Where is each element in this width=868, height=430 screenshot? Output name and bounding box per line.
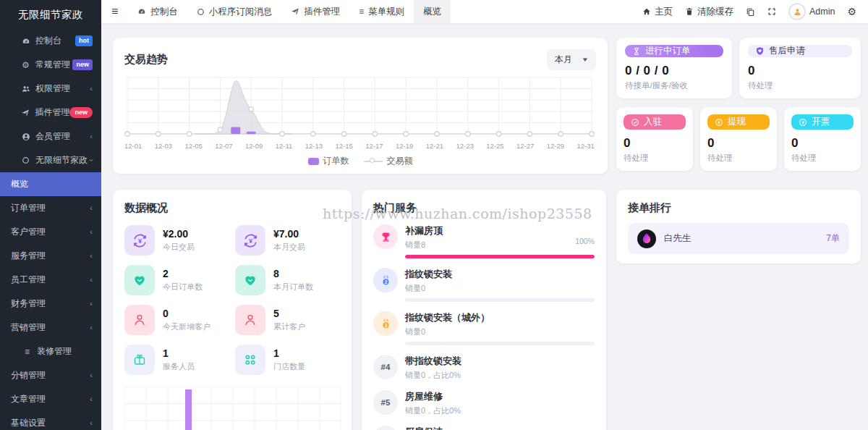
ranking-title: 接单排行 [628, 201, 849, 215]
sidebar-item[interactable]: 概览 [0, 172, 101, 196]
x-tick-label: 12-31 [577, 142, 595, 150]
service-meta: 销量0，占比0% [405, 370, 595, 381]
svg-text:2: 2 [384, 279, 387, 284]
sidebar-item[interactable]: 客户管理‹ [0, 220, 101, 244]
status-caption: 待处理 [791, 153, 854, 164]
stat-label: 今日订单数 [163, 282, 203, 292]
copy-page-button[interactable] [746, 7, 755, 17]
stat-item: 0 今天新增客户 [124, 305, 229, 335]
sidebar-item[interactable]: 基础设置‹ [0, 411, 101, 430]
sidebar-item[interactable]: ≡装修管理 [0, 340, 101, 363]
trash-icon [685, 7, 694, 16]
svg-text:¥: ¥ [801, 120, 804, 125]
gift-icon [124, 345, 155, 375]
x-tick-label: 12-23 [456, 142, 474, 150]
stat-value: 2 [163, 268, 203, 279]
sidebar-item[interactable]: 控制台hot [0, 29, 101, 53]
yen-circle-icon: ¥ [799, 118, 807, 127]
stat-label: 今天新增客户 [163, 321, 210, 332]
stat-item: ¥ ¥7.00 本月交易 [235, 225, 340, 256]
chevron-left-icon: ‹ [90, 419, 93, 427]
sidebar-item[interactable]: 权限管理‹ [0, 77, 101, 101]
top-tab[interactable]: ≡菜单规则 [349, 0, 414, 23]
user-menu[interactable]: Admin [788, 3, 835, 20]
ranking-row[interactable]: 白先生 7单 [628, 223, 849, 254]
home-button[interactable]: 主页 [642, 7, 673, 17]
sidebar-item[interactable]: 营销管理‹ [0, 316, 101, 340]
service-name: 指纹锁安装（城外） [405, 311, 595, 324]
service-progress-bar [405, 342, 595, 345]
service-name: 指纹锁安装 [405, 268, 595, 281]
fullscreen-button[interactable] [767, 7, 776, 16]
sidebar-item[interactable]: 会员管理‹ [0, 125, 101, 148]
staff-avatar [637, 229, 656, 248]
sidebar-item[interactable]: 文章管理‹ [0, 387, 101, 411]
menu-toggle-icon[interactable]: ≡ [101, 0, 128, 23]
after-sales-card: 售后申请 0 待处理 [739, 38, 861, 98]
sidebar-item[interactable]: 财务管理‹ [0, 292, 101, 316]
home-icon [642, 7, 651, 16]
staff-name: 白先生 [664, 232, 692, 245]
service-item: #6 厨房保洁 销量0，占比0% [373, 426, 595, 430]
chevron-left-icon: ‹ [90, 85, 93, 93]
trend-chart [124, 76, 596, 141]
menu-badge: hot [75, 35, 93, 46]
heart-icon [235, 265, 265, 295]
stat-label: 累计客户 [273, 321, 305, 332]
service-progress-bar [405, 298, 595, 302]
top-tab[interactable]: 控制台 [128, 0, 187, 23]
stat-label: 门店数量 [273, 361, 305, 372]
chevron-left-icon: ‹ [90, 204, 93, 212]
x-tick-label: 12-07 [215, 142, 232, 150]
settings-gear-icon[interactable]: ⚙ [847, 7, 856, 17]
stat-value: 1 [163, 347, 195, 359]
sidebar-item[interactable]: 插件管理new [0, 101, 101, 125]
medal-2-icon: 2 [373, 268, 398, 292]
yen-refresh-icon: ¥ [124, 225, 155, 256]
sidebar-item[interactable]: 分销管理‹ [0, 363, 101, 387]
ranking-list: 白先生 7单 [628, 223, 849, 254]
legend-item[interactable]: 交易额 [364, 155, 413, 167]
sidebar-item[interactable]: ⚙常规管理new [0, 53, 101, 77]
service-item: 2 指纹锁安装 销量0 [373, 268, 595, 302]
list-icon: ≡ [22, 347, 33, 356]
x-tick-label: 12-29 [547, 142, 564, 150]
yen-circle-icon: ¥ [715, 118, 723, 127]
sidebar-menu: 控制台hot⚙常规管理new权限管理‹插件管理new会员管理‹无限细节家政‹概览… [0, 29, 101, 430]
chevron-left-icon: ‹ [90, 252, 93, 260]
top-tab[interactable]: 插件管理 [281, 0, 349, 23]
data-overview-card: 数据概况 ¥ ¥2.00 今日交易 ¥ ¥7.00 本月交易 2 今日订单数 8… [113, 190, 352, 430]
avatar [788, 3, 806, 20]
heart-icon [124, 265, 155, 295]
users-icon [20, 85, 31, 93]
stat-value: ¥2.00 [163, 228, 195, 240]
top-tab[interactable]: 概览 [414, 0, 451, 23]
sidebar-item[interactable]: 服务管理‹ [0, 244, 101, 268]
legend-item[interactable]: 订单数 [308, 155, 349, 167]
orders-in-progress-pill: 进行中订单 [625, 45, 723, 57]
sidebar-item[interactable]: 无限细节家政‹ [0, 148, 101, 172]
service-item: #5 房屋维修 销量0，占比0% [373, 390, 595, 416]
list-icon: ≡ [359, 7, 364, 16]
service-name: 厨房保洁 [405, 426, 595, 430]
chevron-left-icon: ‹ [90, 395, 93, 403]
check-circle-icon [631, 118, 639, 127]
svg-text:3: 3 [384, 322, 387, 327]
service-name: 房屋维修 [405, 390, 595, 403]
svg-text:¥: ¥ [718, 120, 720, 125]
month-filter-select[interactable]: 本月 ▼ [547, 49, 596, 70]
top-tab[interactable]: 小程序订阅消息 [187, 0, 282, 23]
yen-refresh-icon: ¥ [235, 225, 265, 256]
status-pill: ¥提现 [707, 114, 770, 130]
stat-value: 0 [163, 308, 210, 319]
sidebar-item[interactable]: 员工管理‹ [0, 268, 101, 292]
stat-label: 今日交易 [163, 242, 195, 253]
status-pill: ¥开票 [791, 114, 854, 130]
dashboard-icon [20, 37, 31, 46]
grid-icon [235, 345, 265, 375]
stat-item: 5 累计客户 [235, 305, 340, 335]
clear-cache-button[interactable]: 清除缓存 [685, 7, 733, 17]
sidebar-item[interactable]: 订单管理‹ [0, 196, 101, 220]
service-name: 带指纹锁安装 [405, 355, 595, 368]
chevron-down-icon: ▼ [582, 56, 589, 63]
